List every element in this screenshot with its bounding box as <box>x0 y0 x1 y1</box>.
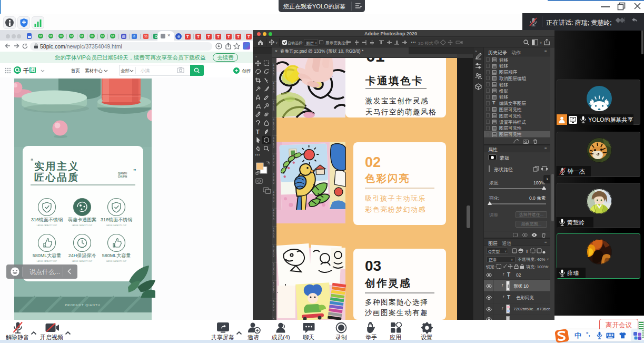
svg-text:0: 0 <box>273 73 274 76</box>
svg-text:24H保温保冷: 24H保温保冷 <box>68 253 96 258</box>
svg-text:…: … <box>255 151 260 156</box>
svg-text:0: 0 <box>273 145 274 148</box>
svg-text:T: T <box>526 249 529 254</box>
svg-text:T: T <box>256 129 260 135</box>
svg-text:316镜面不锈钢: 316镜面不锈钢 <box>101 217 132 222</box>
svg-text:02: 02 <box>365 154 381 170</box>
svg-text:0: 0 <box>273 236 274 239</box>
svg-text:卡通填色卡: 卡通填色卡 <box>365 75 423 86</box>
svg-text:沙画图案生动有趣: 沙画图案生动有趣 <box>365 309 428 317</box>
svg-text:LARGE CAPACITY CUP: LARGE CAPACITY CUP <box>106 260 127 262</box>
svg-text:0: 0 <box>273 127 274 130</box>
svg-text:激发宝宝创作灵感: 激发宝宝创作灵感 <box>365 97 429 105</box>
svg-text:01: 01 <box>366 58 385 65</box>
svg-text:03: 03 <box>365 258 381 274</box>
svg-text:0: 0 <box>273 218 274 221</box>
svg-text:0: 0 <box>273 163 274 166</box>
svg-text:天马行空的萌趣风格: 天马行空的萌趣风格 <box>365 108 437 116</box>
svg-text:LARGE CAPACITY CUP: LARGE CAPACITY CUP <box>37 260 57 262</box>
svg-text:LARGE CAPACITY CUP: LARGE CAPACITY CUP <box>72 260 93 262</box>
svg-text:580ML大容量: 580ML大容量 <box>33 253 62 258</box>
svg-text:0: 0 <box>273 290 274 293</box>
svg-text:»: » <box>475 50 477 53</box>
svg-text:0: 0 <box>273 272 274 275</box>
svg-text:多种图案随心选择: 多种图案随心选择 <box>365 298 428 306</box>
svg-text:吸引孩子主动玩乐: 吸引孩子主动玩乐 <box>365 194 426 202</box>
svg-text:0: 0 <box>273 199 274 202</box>
svg-text:LARGE CAPACITY CUP: LARGE CAPACITY CUP <box>106 224 127 227</box>
svg-text:LARGE CAPACITY CUP: LARGE CAPACITY CUP <box>72 224 93 227</box>
svg-text:LARGE CAPACITY CUP: LARGE CAPACITY CUP <box>37 224 57 227</box>
svg-text:0: 0 <box>273 308 274 311</box>
svg-text:0: 0 <box>273 181 274 184</box>
svg-text:0: 0 <box>273 91 274 94</box>
svg-text:色彩闪亮: 色彩闪亮 <box>364 173 410 184</box>
svg-text:«: « <box>255 55 257 58</box>
svg-text:彩色亮粉梦幻动感: 彩色亮粉梦幻动感 <box>365 205 426 213</box>
svg-text:316镜面不锈钢: 316镜面不锈钢 <box>31 217 63 222</box>
svg-text:0: 0 <box>273 109 274 112</box>
svg-text:萌趣卡通图案: 萌趣卡通图案 <box>67 217 96 222</box>
svg-text:0: 0 <box>273 254 274 257</box>
svg-text:创作灵感: 创作灵感 <box>364 277 411 289</box>
svg-text:580ML大容量: 580ML大容量 <box>102 253 131 258</box>
